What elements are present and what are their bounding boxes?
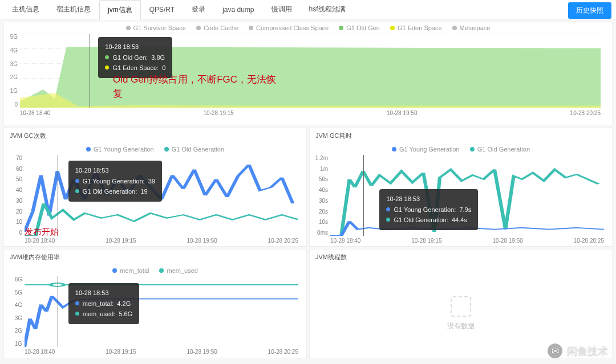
legend-metaspace[interactable]: Metaspace <box>452 24 491 31</box>
tab-qps-rt[interactable]: QPS/RT <box>141 1 183 19</box>
empty-text: 没有数据 <box>447 321 475 331</box>
y-axis: 5G 4G 3G 2G 1G 0 <box>6 34 18 108</box>
tab-host-info[interactable]: 主机信息 <box>3 0 48 19</box>
chart-tooltip: 10-28 18:53 G1 Young Generation: 39 G1 O… <box>68 161 162 202</box>
legend-old-gen[interactable]: G1 Old Generation <box>164 146 224 153</box>
tab-jvm-info[interactable]: jvm信息 <box>99 0 141 20</box>
legend-g1-eden[interactable]: G1 Eden Space <box>390 24 442 31</box>
legend-young-gen[interactable]: G1 Young Generation <box>392 146 460 153</box>
tab-hsf-pool-full[interactable]: hsf线程池满 <box>301 0 354 19</box>
tab-slow-call[interactable]: 慢调用 <box>263 0 301 19</box>
history-snapshot-button[interactable]: 历史快照 <box>568 2 611 19</box>
chart-title: JVM堆内存使用率 <box>4 250 306 265</box>
legend-g1-survivor[interactable]: G1 Survivor Space <box>126 24 186 31</box>
chart-heap-usage: JVM堆内存使用率 mem_total mem_used 6G5G 4G3G 2… <box>3 249 307 358</box>
legend-compressed-class[interactable]: Compressed Class Space <box>249 24 329 31</box>
legend-old-gen[interactable]: G1 Old Generation <box>470 146 530 153</box>
chart-title: JVM GC耗时 <box>310 128 612 144</box>
legend-g1-old-gen[interactable]: G1 Old Gen <box>339 24 380 31</box>
plot-area[interactable]: 7060 5040 3020 100 10-28 18:53 G1 Young … <box>25 155 298 236</box>
watermark: 闲鱼技术 <box>548 343 608 358</box>
tab-physical-host-info[interactable]: 宿主机信息 <box>48 0 99 19</box>
annotation-text: Old Gen持续占用，不断FGC，无法恢复 <box>113 72 284 101</box>
tab-bar: 主机信息 宿主机信息 jvm信息 QPS/RT 登录 java dump 慢调用… <box>0 0 616 19</box>
chart-jvm-memory: G1 Survivor Space Code Cache Compressed … <box>3 22 613 125</box>
legend-young-gen[interactable]: G1 Young Generation <box>86 146 154 153</box>
legend-mem-used[interactable]: mem_used <box>159 267 197 274</box>
chart-title: JVM GC次数 <box>4 128 306 144</box>
x-axis: 10-28 18:40 10-28 19:15 10-28 19:50 10-2… <box>20 110 601 116</box>
legend-mem-total[interactable]: mem_total <box>112 267 149 274</box>
plot-area[interactable]: 6G5G 4G3G 2G1G 10-28 18:53 mem_total: 4.… <box>25 276 298 347</box>
hover-line <box>90 34 90 108</box>
wechat-icon <box>548 343 562 358</box>
chart-gc-count: JVM GC次数 G1 Young Generation G1 Old Gene… <box>3 128 307 247</box>
chart-thread-count: JVM线程数 没有数据 <box>309 249 613 358</box>
tab-login[interactable]: 登录 <box>183 0 214 19</box>
chart-legend: G1 Survivor Space Code Cache Compressed … <box>4 22 612 34</box>
chart-tooltip: 10-28 18:53 G1 Young Generation: 7.9s G1… <box>379 189 478 230</box>
plot-area[interactable]: 1.2m1m 50s40s 30s20s 10s0ms 10-28 18:53 … <box>330 155 604 236</box>
tab-java-dump[interactable]: java dump <box>214 1 262 19</box>
chart-title: JVM线程数 <box>310 250 612 265</box>
annotation-text: 发布开始 <box>25 226 59 239</box>
legend-code-cache[interactable]: Code Cache <box>196 24 238 31</box>
chart-gc-time: JVM GC耗时 G1 Young Generation G1 Old Gene… <box>309 128 613 247</box>
empty-icon <box>451 296 471 317</box>
plot-area[interactable]: 5G 4G 3G 2G 1G 0 10-28 18:53 G1 Old Gen:… <box>20 34 601 108</box>
chart-tooltip: 10-28 18:53 mem_total: 4.2G mem_used: 5.… <box>68 283 139 324</box>
